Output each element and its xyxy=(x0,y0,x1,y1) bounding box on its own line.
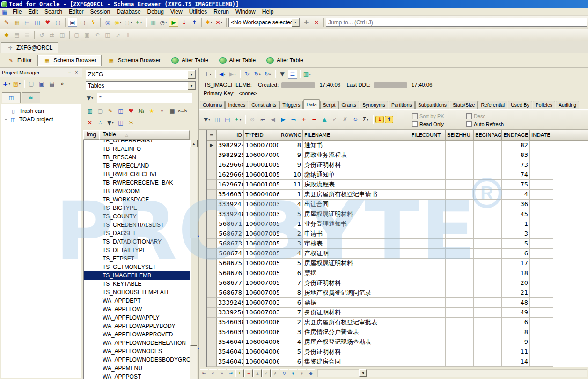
name-filter-input[interactable] xyxy=(97,93,192,103)
rollback-icon[interactable] xyxy=(248,115,257,124)
checkbox-box[interactable] xyxy=(412,113,418,119)
cell-indate[interactable] xyxy=(530,357,553,367)
table-list-item[interactable]: TS_DATADICTIONARY xyxy=(84,238,190,246)
back-icon[interactable] xyxy=(218,70,227,79)
menu-app-icon[interactable]: ▦ xyxy=(0,8,9,15)
cell-filecount[interactable] xyxy=(410,180,446,190)
cell-id[interactable]: 568674 xyxy=(217,249,244,259)
cell-beizhhu[interactable] xyxy=(446,308,474,318)
tab-partitions[interactable]: Partitions xyxy=(389,101,415,109)
data-import-icon[interactable] xyxy=(179,18,189,27)
cell-filecount[interactable] xyxy=(410,209,446,219)
schema-combo[interactable]: ZXFG ▼ xyxy=(86,70,196,79)
cell-filename[interactable]: 通知书 xyxy=(303,141,410,150)
cell-filename[interactable]: 缴纳通知单 xyxy=(303,170,410,180)
grid-row[interactable]: 56867410600700544产权证明6 xyxy=(207,249,588,259)
row-selector[interactable] xyxy=(207,347,217,357)
import-table-icon[interactable] xyxy=(375,116,384,123)
cell-filename[interactable]: 住房情况分户普查表 xyxy=(303,327,410,337)
more-buttons-icon[interactable] xyxy=(58,79,67,88)
prior-record-icon[interactable] xyxy=(268,115,278,124)
row-selector[interactable] xyxy=(207,150,217,160)
cell-rowno[interactable]: 3 xyxy=(279,239,303,249)
cell-id[interactable]: 3339247 xyxy=(217,200,244,209)
cell-rowno[interactable]: 8 xyxy=(279,141,303,150)
cell-beginpage[interactable] xyxy=(474,288,502,298)
cell-typeid[interactable]: 1060040065 xyxy=(244,347,279,357)
cell-filecount[interactable] xyxy=(410,239,446,249)
truncate-icon[interactable] xyxy=(126,118,136,127)
table-list-item[interactable]: TB_RWRECLAND xyxy=(84,162,190,170)
column-header-rowno[interactable]: ROWNO xyxy=(279,130,303,141)
cell-rowno[interactable]: 1 xyxy=(279,190,303,200)
cell-rowno[interactable]: 9 xyxy=(279,160,303,170)
cell-filename[interactable]: 房屋权属证明材料 xyxy=(303,259,410,268)
cell-id[interactable]: 568673 xyxy=(217,239,244,249)
cell-id[interactable]: 3546042 xyxy=(217,357,244,367)
cell-filecount[interactable] xyxy=(410,200,446,209)
cell-filename[interactable]: 身份证明材料 xyxy=(303,308,410,318)
object-type-combo[interactable]: Tables ▼ xyxy=(86,81,196,90)
cell-id[interactable]: 3339249 xyxy=(217,298,244,308)
cell-typeid[interactable]: 1060070034 xyxy=(244,209,279,219)
template-icon[interactable] xyxy=(12,30,22,39)
grid-row[interactable]: 333924910600700346票据48 xyxy=(207,298,588,308)
cell-indate[interactable] xyxy=(530,347,553,357)
cell-filename[interactable]: 房屋产权登记现场查勘表 xyxy=(303,337,410,347)
cell-id[interactable]: 3546037 xyxy=(217,190,244,200)
table-list-item[interactable]: WA_APPFLOWAPPLY xyxy=(84,313,190,322)
cell-filename[interactable]: 产权证明 xyxy=(303,249,410,259)
tab-grants[interactable]: Grants xyxy=(338,101,359,109)
project-manager-icon[interactable] xyxy=(33,18,42,27)
tab-indexes[interactable]: Indexes xyxy=(225,101,248,109)
cell-rowno[interactable]: 1 xyxy=(279,219,303,229)
cell-beginpage[interactable] xyxy=(474,327,502,337)
cell-beginpage[interactable] xyxy=(474,298,502,308)
menu-session[interactable]: Session xyxy=(87,8,113,15)
insert-record-icon[interactable] xyxy=(299,115,309,124)
table-list-scrollbar[interactable]: ▲ xyxy=(190,140,197,379)
compare-data-icon[interactable] xyxy=(178,106,187,115)
table-list-item[interactable]: WA_APPFLOWAPPROVED xyxy=(84,330,190,339)
cell-typeid[interactable]: 1060070034 xyxy=(244,308,279,318)
cell-filecount[interactable] xyxy=(410,327,446,337)
grid-row[interactable]: 56867810600700548房地产权属登记询问笔录21 xyxy=(207,288,588,298)
data-export-icon[interactable] xyxy=(190,18,199,27)
cell-filecount[interactable] xyxy=(410,141,446,150)
cell-id[interactable]: 3546038 xyxy=(217,318,244,327)
combo-dropdown-icon[interactable]: ▼ xyxy=(188,70,195,79)
insert-row-icon[interactable] xyxy=(235,369,244,377)
cell-beizhhu[interactable] xyxy=(446,318,474,327)
recall-icon[interactable] xyxy=(37,30,46,39)
cell-id[interactable]: 1629670 xyxy=(217,180,244,190)
tab-referential[interactable]: Referential xyxy=(478,101,507,109)
cell-beizhhu[interactable] xyxy=(446,190,474,200)
lightning-icon[interactable] xyxy=(88,18,98,27)
checkbox-box[interactable] xyxy=(466,121,472,127)
column-header-beizhhu[interactable]: BEIZHHU xyxy=(446,130,474,141)
cell-filename[interactable]: 票据 xyxy=(303,268,410,278)
cell-filecount[interactable] xyxy=(410,249,446,259)
tree-item[interactable]: TOAD project xyxy=(1,115,81,124)
cell-filecount[interactable] xyxy=(410,160,446,170)
cell-filecount[interactable] xyxy=(410,347,446,357)
cell-filename[interactable]: 忠县房屋所有权登记申请书 xyxy=(303,190,410,200)
scroll-up-icon[interactable]: ▲ xyxy=(190,140,198,147)
cell-typeid[interactable]: 1060070034 xyxy=(244,298,279,308)
window-tab-alter-table[interactable]: Alter Table xyxy=(261,55,308,66)
renumber-icon[interactable] xyxy=(137,106,146,115)
cell-indate[interactable] xyxy=(530,298,553,308)
duplicate-row-icon[interactable] xyxy=(213,115,222,124)
save-project-icon[interactable] xyxy=(37,79,46,88)
combo-dropdown-icon[interactable]: ▼ xyxy=(188,82,195,90)
refresh-data-icon[interactable] xyxy=(351,115,360,124)
cell-rowno[interactable]: 11 xyxy=(279,180,303,190)
funnel-icon[interactable] xyxy=(85,94,95,103)
grid-row[interactable]: 56867210600700542申请书3 xyxy=(207,229,588,239)
calculator-icon[interactable] xyxy=(168,106,177,115)
cell-id[interactable]: 3339250 xyxy=(217,308,244,318)
cell-id[interactable]: 568671 xyxy=(217,219,244,229)
output-window-icon[interactable] xyxy=(78,18,88,27)
tab-usedby[interactable]: Used By xyxy=(508,101,532,109)
cell-beginpage[interactable] xyxy=(474,229,502,239)
